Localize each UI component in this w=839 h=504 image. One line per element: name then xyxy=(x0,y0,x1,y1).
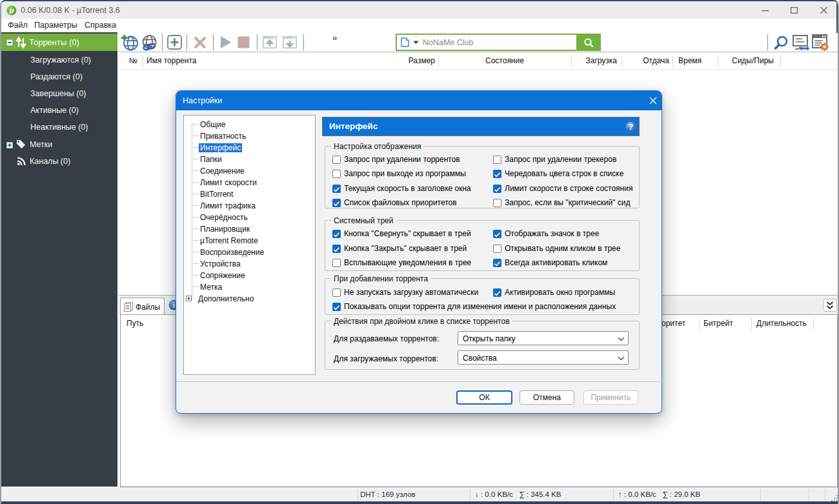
svg-text:?: ? xyxy=(629,123,633,132)
